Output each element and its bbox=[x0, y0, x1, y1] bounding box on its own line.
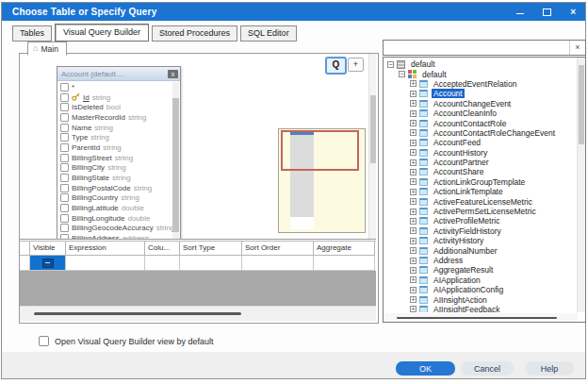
expand-icon[interactable]: + bbox=[410, 120, 416, 126]
minimap-viewport-rectangle[interactable] bbox=[281, 130, 359, 171]
visible-checkbox[interactable] bbox=[42, 259, 54, 268]
collapse-icon[interactable]: − bbox=[399, 71, 405, 77]
grid-header-expression[interactable]: Expression bbox=[66, 242, 145, 256]
tree-item-default[interactable]: −default bbox=[385, 59, 577, 69]
grid-cell[interactable] bbox=[145, 256, 180, 271]
field-row[interactable]: BillingLatitudedouble bbox=[57, 203, 172, 213]
tree-item-accountcontactrole[interactable]: +AccountContactRole bbox=[385, 118, 577, 127]
scrollbar-thumb[interactable] bbox=[34, 312, 241, 315]
minimize-button[interactable] bbox=[516, 9, 524, 14]
tree-item-activepermsetlicensemetric[interactable]: +ActivePermSetLicenseMetric bbox=[385, 207, 577, 216]
tree-vertical-scrollbar[interactable] bbox=[577, 58, 585, 312]
expand-icon[interactable]: + bbox=[410, 178, 416, 185]
scrollbar-thumb[interactable] bbox=[579, 65, 584, 144]
field-row[interactable]: Namestring bbox=[57, 123, 172, 133]
grid-cell[interactable] bbox=[66, 256, 145, 271]
field-checkbox[interactable] bbox=[60, 133, 69, 142]
grid-cell[interactable] bbox=[314, 256, 375, 271]
expand-icon[interactable]: + bbox=[410, 140, 416, 146]
field-checkbox[interactable] bbox=[60, 163, 69, 172]
field-row[interactable]: IsDeletedbool bbox=[57, 102, 172, 112]
open-by-default-option[interactable]: Open Visual Query Builder view by defaul… bbox=[39, 336, 213, 346]
checkbox[interactable] bbox=[39, 336, 49, 346]
field-row[interactable]: BillingLongitudedouble bbox=[57, 213, 172, 224]
tab-main-document[interactable]: ⌂ Main bbox=[27, 42, 67, 56]
grid-header-sort-order[interactable]: Sort Order bbox=[242, 242, 314, 256]
title-bar[interactable]: Choose Table or Specify Query × bbox=[2, 3, 585, 21]
tree-item-aiinsightfeedback[interactable]: +AIInsightFeedback bbox=[385, 305, 577, 312]
field-row[interactable]: MasterRecordIdstring bbox=[57, 112, 172, 123]
table-field-window-header[interactable]: Account (default.... x bbox=[57, 67, 180, 81]
expand-icon[interactable]: + bbox=[410, 100, 416, 107]
field-row[interactable]: BillingCountrystring bbox=[57, 193, 172, 204]
expand-icon[interactable]: + bbox=[410, 306, 416, 312]
grid-header-visible[interactable]: Visible bbox=[30, 242, 66, 256]
diagram-minimap[interactable] bbox=[278, 128, 366, 233]
schema-search-input[interactable] bbox=[384, 41, 569, 55]
field-row[interactable]: Idstring bbox=[57, 92, 172, 103]
table-field-window[interactable]: Account (default.... x *IdstringIsDelete… bbox=[57, 66, 181, 240]
expand-icon[interactable]: + bbox=[410, 198, 416, 205]
expand-icon[interactable]: + bbox=[410, 159, 416, 166]
grid-header-colu-[interactable]: Colu... bbox=[145, 242, 180, 256]
tree-horizontal-scrollbar[interactable] bbox=[384, 313, 578, 322]
diagram-canvas[interactable]: Account (default.... x *IdstringIsDelete… bbox=[20, 54, 376, 240]
collapse-icon[interactable]: − bbox=[387, 61, 394, 68]
field-row[interactable]: BillingStatestring bbox=[57, 173, 172, 183]
grid-horizontal-scrollbar[interactable] bbox=[20, 306, 376, 321]
expand-icon[interactable]: + bbox=[410, 169, 416, 175]
grid-row-selector[interactable] bbox=[20, 256, 30, 271]
field-row[interactable]: BillingGeocodeAccuracystring bbox=[57, 224, 172, 234]
expand-icon[interactable]: + bbox=[410, 110, 416, 117]
query-tool-button[interactable]: Q bbox=[325, 57, 347, 75]
expand-icon[interactable]: + bbox=[410, 276, 416, 283]
scrollbar-thumb[interactable] bbox=[172, 98, 179, 232]
expand-icon[interactable]: + bbox=[410, 238, 416, 244]
grid-data-row[interactable] bbox=[20, 256, 376, 271]
expand-icon[interactable]: + bbox=[410, 218, 416, 225]
tab-visual-query-builder[interactable]: Visual Query Builder bbox=[55, 24, 149, 42]
expand-icon[interactable]: + bbox=[410, 227, 416, 234]
tree-item-address[interactable]: +Address bbox=[385, 256, 577, 265]
expand-icon[interactable]: + bbox=[410, 258, 416, 264]
tree-item-account[interactable]: +Account bbox=[385, 89, 577, 98]
grid-cell[interactable] bbox=[30, 256, 66, 271]
grid-cell[interactable] bbox=[180, 256, 242, 271]
field-checkbox[interactable] bbox=[60, 83, 69, 92]
field-checkbox[interactable] bbox=[60, 124, 69, 132]
tab-sql-editor[interactable]: SQL Editor bbox=[240, 25, 297, 42]
expand-icon[interactable]: + bbox=[410, 189, 416, 195]
expand-icon[interactable]: + bbox=[410, 80, 416, 87]
field-row[interactable]: BillingAddressaddress bbox=[57, 233, 172, 240]
tree-item-aggregateresult[interactable]: +AggregateResult bbox=[385, 265, 577, 275]
tree-item-activityhistory[interactable]: +ActivityHistory bbox=[385, 236, 577, 245]
expand-icon[interactable]: + bbox=[410, 209, 416, 215]
field-list-scrollbar[interactable] bbox=[172, 82, 179, 240]
field-checkbox[interactable] bbox=[60, 174, 69, 182]
tree-item-additionalnumber[interactable]: +AdditionalNumber bbox=[385, 245, 577, 255]
tree-item-accountcleaninfo[interactable]: +AccountCleanInfo bbox=[385, 109, 577, 118]
field-checkbox[interactable] bbox=[60, 224, 69, 232]
cancel-button[interactable]: Cancel bbox=[461, 361, 514, 376]
expand-icon[interactable]: + bbox=[410, 129, 416, 136]
grid-cell[interactable] bbox=[242, 256, 314, 271]
field-checkbox[interactable] bbox=[60, 154, 69, 162]
field-row[interactable]: BillingCitystring bbox=[57, 163, 172, 174]
expand-icon[interactable]: + bbox=[410, 247, 416, 254]
expand-icon[interactable]: + bbox=[410, 91, 416, 97]
field-row[interactable]: Typestring bbox=[57, 132, 172, 142]
tree-item-activefeaturelicensemetric[interactable]: +ActiveFeatureLicenseMetric bbox=[385, 196, 577, 206]
field-checkbox[interactable] bbox=[60, 234, 69, 240]
field-checkbox[interactable] bbox=[60, 184, 69, 192]
tree-item-activityfieldhistory[interactable]: +ActivityFieldHistory bbox=[385, 226, 577, 236]
tree-item-aiapplicationconfig[interactable]: +AIApplicationConfig bbox=[385, 285, 577, 294]
help-button[interactable]: Help bbox=[525, 361, 574, 376]
tree-item-default[interactable]: −default bbox=[385, 69, 577, 78]
clear-search-icon[interactable]: × bbox=[569, 41, 585, 55]
expand-icon[interactable]: + bbox=[410, 287, 416, 293]
add-tool-button[interactable]: + bbox=[348, 58, 364, 72]
tree-item-accountfeed[interactable]: +AccountFeed bbox=[385, 138, 577, 147]
close-icon[interactable]: x bbox=[168, 70, 178, 78]
tree-item-accountshare[interactable]: +AccountShare bbox=[385, 167, 577, 176]
tree-item-aiapplication[interactable]: +AIApplication bbox=[385, 275, 577, 285]
